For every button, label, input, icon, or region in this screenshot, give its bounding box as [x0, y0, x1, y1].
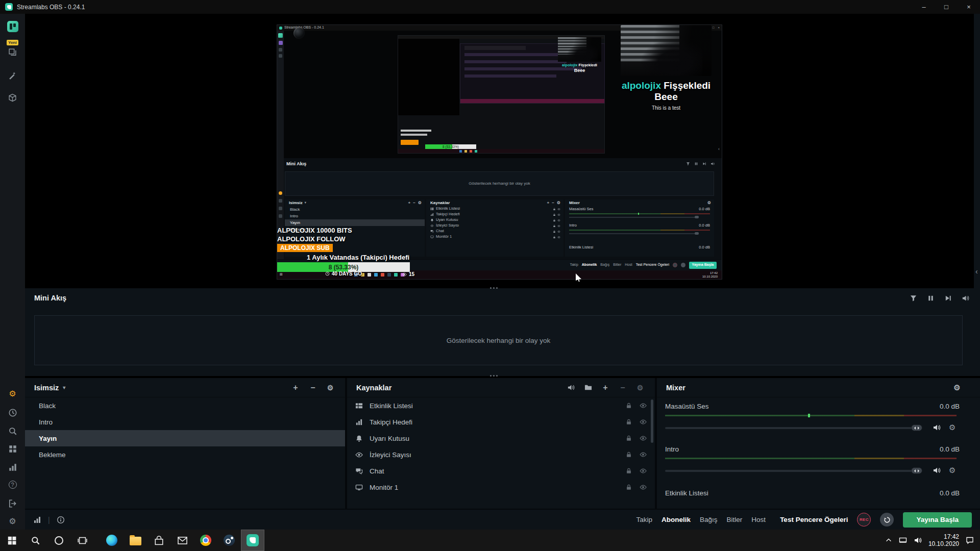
webcam-ball-overlay[interactable]: [293, 28, 305, 39]
volume-icon[interactable]: [914, 536, 922, 544]
logout-icon[interactable]: [0, 499, 25, 508]
lock-icon[interactable]: [625, 451, 632, 458]
collapse-dock-button[interactable]: ‹: [975, 267, 978, 276]
follow-overlay-text[interactable]: ALPOLOJIX FOLLOW: [277, 235, 346, 243]
history-icon[interactable]: [0, 408, 25, 417]
eye-icon[interactable]: [640, 402, 647, 409]
eye-icon[interactable]: [640, 451, 647, 458]
taskbar-store[interactable]: [147, 530, 170, 551]
lock-icon[interactable]: [625, 402, 632, 409]
add-source-button[interactable]: +: [600, 383, 611, 393]
task-view-button[interactable]: [70, 530, 94, 551]
taskbar-chrome[interactable]: [194, 530, 217, 551]
taskbar-explorer[interactable]: [124, 530, 147, 551]
source-row[interactable]: Monitör 1: [347, 479, 655, 495]
alert-box-widget[interactable]: alpolojix Fişşekledi Beee This is a test: [621, 25, 712, 111]
layout-editor-icon[interactable]: [0, 444, 25, 454]
record-button[interactable]: REC: [857, 513, 871, 527]
store-icon[interactable]: [0, 93, 25, 102]
sources-scrollbar[interactable]: [651, 399, 653, 443]
scene-settings-button[interactable]: ⚙: [325, 383, 336, 393]
taskbar-streamlabs-active[interactable]: [241, 530, 264, 551]
eye-icon[interactable]: [640, 467, 647, 474]
search-icon[interactable]: [0, 427, 25, 436]
footer-tab-host[interactable]: Host: [751, 516, 766, 523]
lock-icon[interactable]: [625, 484, 632, 491]
taskbar-mail[interactable]: [170, 530, 194, 551]
cortana-button[interactable]: [47, 530, 70, 551]
go-live-button[interactable]: Yayına Başla: [903, 512, 972, 528]
eye-icon[interactable]: [640, 418, 647, 425]
mixer-settings-button[interactable]: ⚙: [951, 383, 963, 393]
resize-handle[interactable]: [490, 375, 498, 377]
footer-tab-takip[interactable]: Takip: [636, 516, 653, 523]
taskbar-clock[interactable]: 17:42 10.10.2020: [928, 533, 959, 547]
source-properties-button[interactable]: ⚙: [634, 383, 646, 393]
channel-mute-button[interactable]: [933, 423, 941, 434]
taskbar-edge[interactable]: [100, 530, 124, 551]
scene-row[interactable]: Black: [25, 397, 345, 414]
app-store-icon[interactable]: [0, 71, 25, 80]
network-icon[interactable]: [899, 536, 907, 544]
dashboard-icon[interactable]: ⚙: [0, 389, 25, 398]
bits-overlay-text[interactable]: ALPOLOJIX 10000 BITS: [277, 227, 352, 234]
action-center-icon[interactable]: [966, 536, 974, 544]
settings-icon[interactable]: ⚙: [0, 517, 25, 526]
source-row[interactable]: Chat: [347, 463, 655, 479]
resize-handle[interactable]: [490, 287, 498, 289]
start-button[interactable]: [0, 530, 23, 551]
pause-feed-button[interactable]: [925, 293, 936, 303]
performance-metrics-icon[interactable]: [0, 463, 25, 472]
chevron-down-icon[interactable]: ▾: [63, 385, 65, 390]
window-titlebar[interactable]: Streamlabs OBS - 0.24.1 – □ ×: [0, 0, 980, 14]
performance-chart-icon[interactable]: [33, 516, 41, 524]
sub-overlay-chip[interactable]: ALPOLOJIX SUB: [277, 244, 333, 252]
help-icon[interactable]: ?: [0, 481, 25, 489]
source-row[interactable]: Uyarı Kutusu: [347, 430, 655, 446]
maximize-button[interactable]: □: [935, 0, 958, 14]
volume-slider[interactable]: [665, 470, 921, 472]
footer-tab-abonelik[interactable]: Abonelik: [662, 516, 691, 523]
days-counter-overlay[interactable]: 40 DAYS GO: [325, 271, 362, 277]
slider-handle[interactable]: [911, 424, 922, 431]
scene-row-selected[interactable]: Yayın: [25, 430, 345, 446]
mute-alerts-button[interactable]: [960, 293, 971, 303]
footer-tab-bitler[interactable]: Bitler: [727, 516, 743, 523]
reset-button[interactable]: [880, 513, 894, 527]
minimize-button[interactable]: –: [913, 0, 935, 14]
channel-settings-button[interactable]: ⚙: [949, 423, 955, 432]
scene-row[interactable]: Bekleme: [25, 446, 345, 463]
channel-settings-button[interactable]: ⚙: [949, 466, 955, 475]
themes-icon[interactable]: [0, 48, 25, 57]
lock-icon[interactable]: [625, 418, 632, 425]
taskbar-steam[interactable]: [217, 530, 241, 551]
footer-tab-bagis[interactable]: Bağış: [700, 516, 718, 523]
volume-slider[interactable]: [665, 427, 921, 429]
scene-row[interactable]: Intro: [25, 414, 345, 430]
test-widgets-label[interactable]: Test Pencere Ögeleri: [780, 516, 848, 523]
remove-scene-button[interactable]: −: [307, 383, 318, 393]
eye-icon[interactable]: [640, 484, 647, 491]
goal-title-overlay[interactable]: 1 Aylık Vatandas (Takipci) Hedefi: [307, 254, 409, 261]
info-icon[interactable]: [57, 516, 65, 524]
skip-alert-button[interactable]: [942, 293, 953, 303]
source-row[interactable]: Takipçi Hedefi: [347, 414, 655, 430]
source-row[interactable]: İzleyici Sayısı: [347, 446, 655, 463]
lock-icon[interactable]: [625, 467, 632, 474]
lock-icon[interactable]: [625, 435, 632, 442]
viewer-count-overlay[interactable]: 15: [402, 271, 414, 277]
add-group-button[interactable]: [582, 383, 594, 393]
filter-events-button[interactable]: [908, 293, 919, 303]
source-row[interactable]: Etkinlik Listesi: [347, 397, 655, 414]
editor-icon[interactable]: [0, 21, 25, 32]
remove-source-button[interactable]: −: [617, 383, 628, 393]
mini-feed-empty-state: Gösterilecek herhangi bir olay yok: [34, 315, 963, 365]
taskbar-search-button[interactable]: [23, 530, 47, 551]
eye-icon[interactable]: [640, 435, 647, 442]
tray-expand-icon[interactable]: [885, 537, 892, 544]
close-button[interactable]: ×: [958, 0, 980, 14]
speaker-icon[interactable]: [565, 383, 576, 393]
slider-handle[interactable]: [911, 467, 922, 474]
channel-mute-button[interactable]: [933, 466, 941, 477]
add-scene-button[interactable]: +: [290, 383, 301, 393]
